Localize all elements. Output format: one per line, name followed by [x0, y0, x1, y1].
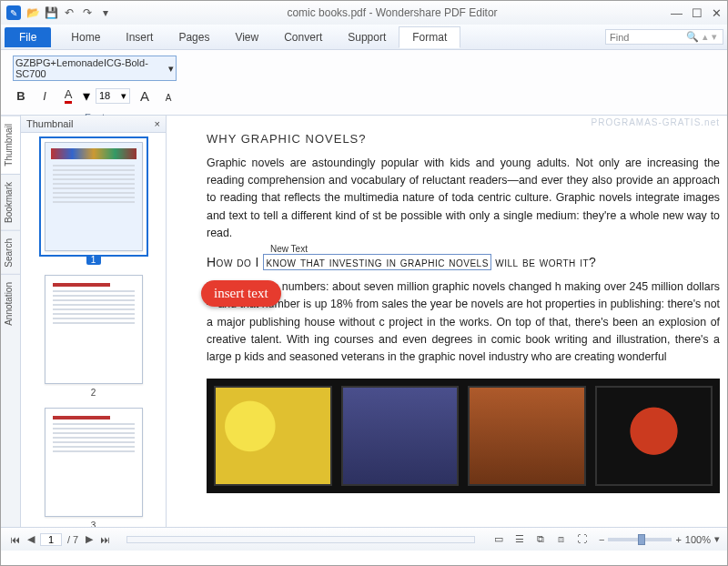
sidetab-bookmark[interactable]: Bookmark [1, 174, 20, 230]
font-size-value: 18 [99, 90, 110, 102]
sidetab-annotation[interactable]: Annotation [1, 274, 20, 333]
tab-insert[interactable]: Insert [113, 27, 166, 47]
zoom-dropdown-icon[interactable]: ▾ [714, 533, 720, 545]
title-bar: ✎ 📂 💾 ↶ ↷ ▾ comic books.pdf - Wondershar… [1, 1, 727, 25]
font-group: GZBPG+LemonadeICG-Bold-SC700 ▾ B I A ▾ 1… [1, 50, 188, 115]
zoom-percent: 100% [685, 534, 711, 545]
thumbnail-header: Thumbnail [26, 118, 73, 129]
tab-pages[interactable]: Pages [166, 27, 222, 47]
tab-format[interactable]: Format [399, 26, 460, 48]
first-page-button[interactable]: ⏮ [8, 534, 22, 545]
thumbnail-panel: Thumbnail × 1 2 3 [21, 116, 167, 527]
comic-panel [214, 386, 332, 486]
watermark: PROGRAMAS-GRATIS.net [591, 117, 720, 127]
sidetab-search[interactable]: Search [1, 230, 20, 275]
insert-text-callout: insert text [201, 280, 281, 307]
maximize-button[interactable]: ☐ [692, 6, 703, 20]
redo-icon[interactable]: ↷ [79, 5, 96, 21]
find-next-icon[interactable]: ▾ [712, 31, 717, 43]
new-text-label: New Text [268, 244, 309, 254]
quick-access-toolbar: 📂 💾 ↶ ↷ ▾ [25, 5, 114, 21]
page-number-input[interactable] [40, 533, 62, 546]
horizontal-scrollbar[interactable] [126, 536, 475, 543]
qat-more-icon[interactable]: ▾ [97, 5, 114, 21]
sidetab-thumbnail[interactable]: Thumbnail [1, 116, 20, 174]
heading-1: WHY GRAPHIC NOVELS? [207, 132, 720, 146]
font-color-button[interactable]: A [59, 86, 77, 105]
work-area: Thumbnail Bookmark Search Annotation Thu… [1, 116, 727, 527]
last-page-button[interactable]: ⏭ [98, 534, 112, 545]
save-icon[interactable]: 💾 [43, 5, 59, 21]
thumbnail-page-2[interactable]: 2 [45, 275, 143, 384]
comic-strip [207, 379, 720, 493]
window-title: comic books.pdf - Wondershare PDF Editor [114, 6, 671, 19]
find-box[interactable]: 🔍 ▴ ▾ [605, 29, 723, 45]
fullscreen-icon[interactable]: ⛶ [574, 531, 591, 547]
zoom-slider-knob[interactable] [638, 534, 645, 545]
paragraph: You ook at the numbers: about seven mill… [207, 278, 720, 366]
shrink-font-button[interactable]: A [159, 88, 177, 106]
ribbon: GZBPG+LemonadeICG-Bold-SC700 ▾ B I A ▾ 1… [1, 50, 727, 116]
heading-2-suffix: will be worth it? [491, 255, 597, 269]
close-button[interactable]: ✕ [712, 6, 722, 20]
ribbon-tabs: File Home Insert Pages View Convert Supp… [1, 25, 727, 50]
zoom-out-button[interactable]: − [599, 534, 604, 545]
page-number: 3 [46, 521, 142, 527]
font-family-select[interactable]: GZBPG+LemonadeICG-Bold-SC700 ▾ [13, 56, 177, 81]
open-icon[interactable]: 📂 [25, 5, 41, 21]
thumbnail-page-3[interactable]: 3 [45, 408, 143, 517]
find-prev-icon[interactable]: ▴ [703, 31, 708, 43]
tab-home[interactable]: Home [58, 27, 113, 47]
next-page-button[interactable]: ▶ [84, 533, 95, 545]
app-icon: ✎ [6, 5, 21, 20]
file-menu[interactable]: File [5, 27, 51, 47]
chevron-down-icon: ▾ [121, 90, 126, 102]
continuous-facing-icon[interactable]: ⧈ [553, 531, 570, 548]
grow-font-button[interactable]: A [136, 86, 154, 105]
document-view[interactable]: PROGRAMAS-GRATIS.net WHY GRAPHIC NOVELS?… [167, 116, 727, 527]
continuous-icon[interactable]: ☰ [511, 531, 528, 548]
find-input[interactable] [610, 32, 682, 43]
prev-page-button[interactable]: ◀ [25, 533, 36, 545]
status-bar: ⏮ ◀ / 7 ▶ ⏭ ▭ ☰ ⧉ ⧈ ⛶ − + 100% ▾ [1, 527, 727, 551]
bold-button[interactable]: B [12, 86, 30, 105]
font-color-chevron-icon[interactable]: ▾ [83, 87, 90, 105]
side-tabs: Thumbnail Bookmark Search Annotation [1, 116, 21, 527]
zoom-slider[interactable] [608, 538, 672, 541]
undo-icon[interactable]: ↶ [61, 5, 77, 21]
tab-support[interactable]: Support [335, 27, 399, 47]
tab-convert[interactable]: Convert [271, 27, 335, 47]
page-number: 1 [86, 255, 101, 265]
page-number: 2 [46, 388, 142, 398]
page-total: / 7 [66, 534, 80, 545]
thumbnail-page-1[interactable]: 1 [45, 142, 143, 251]
single-page-icon[interactable]: ▭ [490, 531, 507, 548]
thumbnail-list[interactable]: 1 2 3 [21, 133, 166, 527]
pdf-page[interactable]: PROGRAMAS-GRATIS.net WHY GRAPHIC NOVELS?… [167, 116, 727, 527]
comic-panel [468, 386, 586, 486]
tab-view[interactable]: View [222, 27, 271, 47]
search-icon[interactable]: 🔍 [686, 31, 699, 43]
heading-2: How do I know that investing in graphic … [207, 255, 720, 269]
italic-button[interactable]: I [35, 86, 54, 105]
minimize-button[interactable]: — [671, 6, 682, 20]
zoom-controls: − + 100% ▾ [599, 533, 720, 545]
page-nav: ⏮ ◀ / 7 ▶ ⏭ [8, 533, 112, 546]
facing-icon[interactable]: ⧉ [532, 531, 549, 548]
heading-2-prefix: How do I [207, 255, 263, 269]
font-size-select[interactable]: 18 ▾ [96, 88, 130, 104]
comic-panel [341, 386, 460, 486]
text-edit-box[interactable]: know that investing in graphic novels [263, 254, 490, 270]
chevron-down-icon: ▾ [168, 63, 174, 75]
paragraph: Graphic novels are astoundingly popular … [207, 155, 720, 242]
comic-panel [595, 386, 713, 486]
zoom-in-button[interactable]: + [675, 534, 681, 545]
font-family-value: GZBPG+LemonadeICG-Bold-SC700 [15, 57, 168, 79]
view-mode-buttons: ▭ ☰ ⧉ ⧈ ⛶ [490, 531, 592, 548]
panel-close-icon[interactable]: × [155, 118, 160, 129]
